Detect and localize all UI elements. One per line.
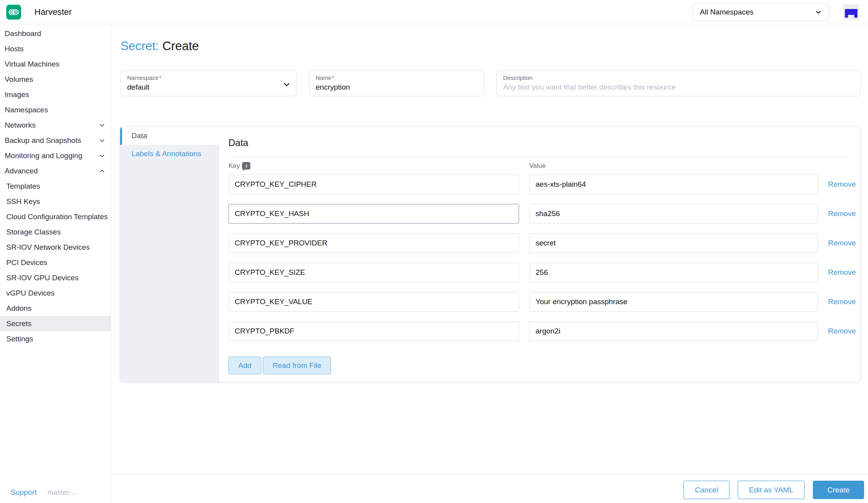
sidebar-item-volumes[interactable]: Volumes <box>0 72 111 87</box>
kv-row: Remove <box>228 204 850 224</box>
remove-row-button[interactable]: Remove <box>828 239 856 247</box>
namespace-filter-select[interactable]: All Namespaces <box>692 4 829 21</box>
edit-as-yaml-button[interactable]: Edit as YAML <box>738 481 805 499</box>
name-input[interactable] <box>316 83 477 92</box>
version-text: master-... <box>48 489 77 497</box>
remove-row-button[interactable]: Remove <box>828 268 856 277</box>
section-divider <box>228 157 850 157</box>
name-label: Name* <box>316 74 477 81</box>
add-button[interactable]: Add <box>228 357 261 374</box>
value-input[interactable] <box>529 292 818 312</box>
remove-row-button[interactable]: Remove <box>828 180 856 189</box>
value-column-header: Value <box>529 162 818 170</box>
name-field: Name* <box>309 70 484 96</box>
key-input[interactable] <box>228 321 519 341</box>
key-column-header: Key i <box>228 162 519 170</box>
value-input[interactable] <box>529 204 818 224</box>
key-input[interactable] <box>228 263 519 282</box>
sidebar-item-storage-classes[interactable]: Storage Classes <box>0 224 111 240</box>
sidebar-item-virtual-machines[interactable]: Virtual Machines <box>0 56 111 72</box>
sidebar-item-templates[interactable]: Templates <box>0 178 111 194</box>
namespace-select[interactable]: Namespace* default <box>120 70 297 96</box>
value-input[interactable] <box>529 233 818 253</box>
data-section: Data Key i Value Remove <box>228 127 860 382</box>
chevron-up-icon <box>99 168 105 174</box>
page-title-resource: Secret: <box>120 39 159 53</box>
harvester-wheel-icon <box>8 6 20 18</box>
kv-header-row: Key i Value <box>228 162 850 170</box>
sidebar-item-namespaces[interactable]: Namespaces <box>0 102 111 117</box>
sidebar-item-secrets[interactable]: Secrets <box>0 316 111 331</box>
sidebar-item-advanced[interactable]: Advanced <box>0 163 111 178</box>
description-field: Description <box>496 70 861 96</box>
sidebar-item-dashboard[interactable]: Dashboard <box>0 26 111 41</box>
sidebar-item-label: Virtual Machines <box>5 60 59 69</box>
sidebar-item-backup-and-snapshots[interactable]: Backup and Snapshots <box>0 133 111 148</box>
sidebar-item-sriov-gpu-devices[interactable]: SR-IOV GPU Devices <box>0 270 111 285</box>
namespace-value: default <box>127 83 290 92</box>
sidebar-item-label: Networks <box>5 121 36 130</box>
data-section-heading: Data <box>228 137 248 148</box>
value-input[interactable] <box>529 263 818 282</box>
sidebar-item-label: Namespaces <box>5 106 48 114</box>
sidebar-item-networks[interactable]: Networks <box>0 117 111 133</box>
sidebar-item-hosts[interactable]: Hosts <box>0 41 111 56</box>
sidebar-item-label: vGPU Devices <box>6 289 55 297</box>
remove-row-button[interactable]: Remove <box>828 327 856 335</box>
key-input[interactable] <box>228 292 519 312</box>
avatar-identicon-icon <box>843 4 859 20</box>
app-title: Harvester <box>34 7 72 17</box>
read-from-file-button[interactable]: Read from File <box>263 357 331 374</box>
sidebar-footer: Support master-... <box>11 488 77 497</box>
add-row-actions: Add Read from File <box>228 357 331 374</box>
sidebar-item-cloud-configuration-templates[interactable]: Cloud Configuration Templates <box>0 209 111 224</box>
description-input[interactable] <box>503 83 854 92</box>
key-input[interactable] <box>228 233 519 253</box>
value-input[interactable] <box>529 321 818 341</box>
kv-row: Remove <box>228 175 850 194</box>
main-content: Secret:Create Namespace* default Name* D… <box>111 24 868 503</box>
info-tooltip-icon[interactable]: i <box>242 162 250 169</box>
sidebar-item-label: Advanced <box>5 167 38 175</box>
sidebar-item-images[interactable]: Images <box>0 87 111 102</box>
page-title: Secret:Create <box>120 39 199 53</box>
remove-row-button[interactable]: Remove <box>828 209 856 218</box>
panel-tabs: Data Labels & Annotations <box>120 127 219 382</box>
sidebar-item-ssh-keys[interactable]: SSH Keys <box>0 194 111 209</box>
chevron-down-icon <box>99 137 105 144</box>
chevron-down-icon <box>99 153 105 159</box>
support-link[interactable]: Support <box>11 488 37 497</box>
sidebar-item-label: Addons <box>6 304 31 313</box>
sidebar-item-label: Backup and Snapshots <box>5 136 81 145</box>
key-input[interactable] <box>228 204 519 224</box>
secret-form-panel: Data Labels & Annotations Data Key i Val… <box>120 126 861 382</box>
create-button[interactable]: Create <box>813 481 864 499</box>
kv-row: Remove <box>228 233 850 253</box>
sidebar-item-label: Settings <box>6 335 33 343</box>
sidebar-item-pci-devices[interactable]: PCI Devices <box>0 255 111 270</box>
description-label: Description <box>503 74 854 81</box>
chevron-down-icon <box>815 9 822 16</box>
tab-data[interactable]: Data <box>120 127 219 145</box>
sidebar-item-sriov-network-devices[interactable]: SR-IOV Network Devices <box>0 240 111 255</box>
sidebar-item-addons[interactable]: Addons <box>0 301 111 316</box>
namespace-filter-value: All Namespaces <box>700 8 753 16</box>
sidebar-item-vgpu-devices[interactable]: vGPU Devices <box>0 285 111 301</box>
kv-row: Remove <box>228 321 850 341</box>
sidebar-item-label: Storage Classes <box>6 228 61 236</box>
user-avatar[interactable] <box>843 4 859 20</box>
chevron-down-icon <box>99 122 105 128</box>
key-input[interactable] <box>228 175 519 194</box>
harvester-logo-icon[interactable] <box>6 5 21 20</box>
sidebar-item-label: Monitoring and Logging <box>5 151 83 160</box>
sidebar-item-label: Hosts <box>5 45 24 53</box>
sidebar-item-monitoring-and-logging[interactable]: Monitoring and Logging <box>0 148 111 163</box>
cancel-button[interactable]: Cancel <box>683 481 729 499</box>
page-title-action: Create <box>162 39 199 53</box>
remove-row-button[interactable]: Remove <box>828 297 856 306</box>
tab-labels-annotations[interactable]: Labels & Annotations <box>120 145 219 163</box>
value-input[interactable] <box>529 175 818 194</box>
sidebar-item-settings[interactable]: Settings <box>0 331 111 346</box>
sidebar-item-label: Secrets <box>6 319 31 328</box>
required-mark: * <box>159 74 162 81</box>
